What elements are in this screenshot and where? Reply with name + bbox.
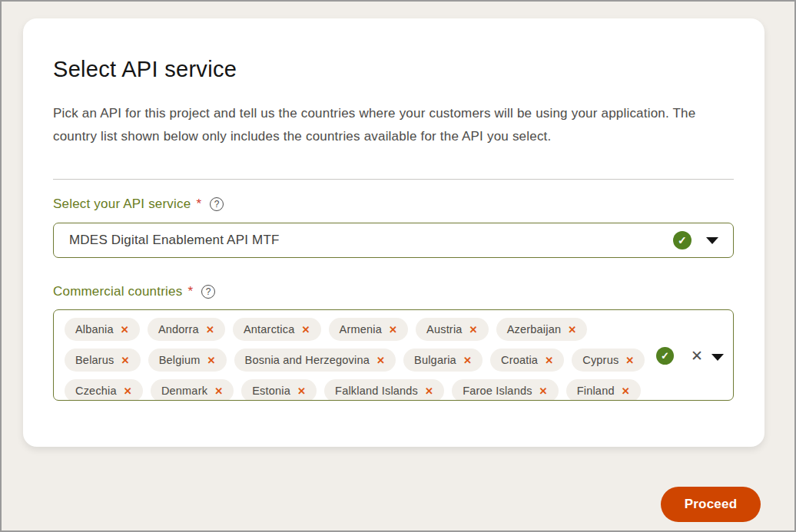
chip-remove-icon[interactable]: ✕: [214, 386, 223, 396]
chip-remove-icon[interactable]: ✕: [121, 325, 129, 335]
chip-remove-icon[interactable]: ✕: [545, 355, 553, 365]
select-api-service-card: Select API service Pick an API for this …: [23, 18, 764, 447]
country-chip: Bulgaria ✕: [403, 349, 483, 372]
country-chip: Cyprus ✕: [572, 349, 645, 372]
country-chip: Andorra ✕: [148, 318, 225, 341]
clear-all-icon[interactable]: ✕: [691, 349, 703, 363]
country-chip: Falkland Islands ✕: [324, 379, 444, 401]
countries-label: Commercial countries: [53, 284, 182, 299]
chevron-down-icon[interactable]: [711, 354, 724, 361]
help-icon[interactable]: ?: [201, 285, 215, 299]
country-chip-label: Bosnia and Herzegovina: [245, 354, 370, 366]
country-chip-label: Denmark: [161, 385, 207, 397]
chip-remove-icon[interactable]: ✕: [376, 355, 385, 365]
page-background: { "page": { "title": "Select API service…: [0, 0, 796, 532]
chip-remove-icon[interactable]: ✕: [121, 355, 130, 365]
country-chip-label: Croatia: [501, 354, 538, 366]
chip-remove-icon[interactable]: ✕: [297, 386, 306, 396]
country-chip: Faroe Islands ✕: [452, 379, 559, 401]
valid-check-icon: ✓: [673, 231, 692, 249]
chip-remove-icon[interactable]: ✕: [206, 325, 214, 335]
countries-label-row: Commercial countries * ?: [53, 284, 734, 299]
country-chip-label: Azerbaijan: [507, 323, 562, 335]
country-chip: Austria ✕: [416, 318, 489, 341]
country-chip-label: Austria: [426, 323, 463, 335]
country-chip: Armenia ✕: [329, 318, 409, 341]
required-asterisk: *: [196, 197, 201, 212]
chip-remove-icon[interactable]: ✕: [389, 325, 397, 335]
country-chip: Belgium ✕: [148, 349, 227, 372]
country-chip: Czechia ✕: [65, 379, 143, 401]
chip-remove-icon[interactable]: ✕: [625, 355, 634, 365]
api-service-label-row: Select your API service * ?: [53, 197, 734, 212]
country-chip: Albania ✕: [65, 318, 140, 341]
chip-remove-icon[interactable]: ✕: [207, 355, 215, 365]
country-chip: Denmark ✕: [151, 379, 234, 401]
api-service-label: Select your API service: [53, 197, 191, 212]
chip-remove-icon[interactable]: ✕: [622, 386, 630, 396]
country-chip-label: Belarus: [75, 354, 114, 366]
country-chip-label: Czechia: [75, 385, 117, 397]
country-chip: Croatia ✕: [490, 349, 564, 372]
chip-remove-icon[interactable]: ✕: [463, 355, 472, 365]
api-service-select[interactable]: MDES Digital Enablement API MTF ✓: [53, 223, 734, 258]
country-chip-label: Antarctica: [244, 323, 294, 335]
country-chip-label: Cyprus: [582, 354, 619, 366]
section-divider: [53, 179, 734, 180]
country-chip: Azerbaijan ✕: [496, 318, 588, 341]
country-chip-label: Falkland Islands: [335, 385, 418, 397]
valid-check-icon: ✓: [656, 347, 674, 365]
country-chip: Belarus ✕: [65, 349, 141, 372]
country-chip-label: Albania: [75, 323, 114, 335]
chip-remove-icon[interactable]: ✕: [425, 386, 433, 396]
country-chip-label: Belgium: [159, 354, 201, 366]
country-chip-label: Estonia: [252, 385, 290, 397]
country-chip-label: Andorra: [158, 323, 199, 335]
country-chip: Antarctica ✕: [233, 318, 321, 341]
page-title: Select API service: [53, 55, 734, 83]
countries-multiselect[interactable]: Albania ✕ Andorra ✕ Antarctica ✕ Armenia…: [53, 309, 734, 401]
country-chip-label: Armenia: [340, 323, 382, 335]
chip-remove-icon[interactable]: ✕: [469, 325, 478, 335]
chevron-down-icon[interactable]: [706, 237, 718, 244]
help-icon[interactable]: ?: [210, 197, 224, 211]
country-chip-label: Finland: [577, 385, 615, 397]
chip-remove-icon[interactable]: ✕: [301, 325, 310, 335]
api-service-selected-value: MDES Digital Enablement API MTF: [69, 233, 280, 248]
proceed-button[interactable]: Proceed: [661, 487, 761, 522]
page-description: Pick an API for this project and tell us…: [53, 102, 734, 148]
chip-remove-icon[interactable]: ✕: [124, 386, 132, 396]
country-chip: Bosnia and Herzegovina ✕: [234, 349, 396, 372]
chip-remove-icon[interactable]: ✕: [568, 325, 576, 335]
country-chip: Finland ✕: [566, 379, 641, 401]
country-chip: Estonia ✕: [241, 379, 317, 401]
chip-remove-icon[interactable]: ✕: [539, 386, 548, 396]
country-chip-label: Faroe Islands: [463, 385, 532, 397]
country-chip-label: Bulgaria: [414, 354, 456, 366]
required-asterisk: *: [187, 284, 193, 299]
